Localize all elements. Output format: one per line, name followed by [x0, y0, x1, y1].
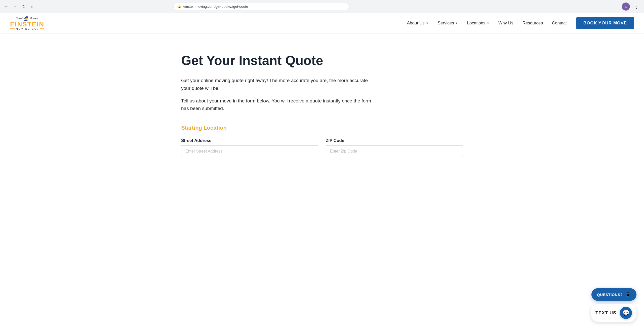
nav-item-contact[interactable]: Contact	[547, 13, 571, 33]
zip-code-group: ZIP Code	[326, 138, 463, 157]
logo-dash-right	[40, 28, 44, 29]
main-nav: About Us ▼ Services ▼ Locations ▼ Why Us…	[403, 13, 634, 33]
browser-chrome: ← → ↻ ⌂ 🔒 einsteinmoving.com/get-quote/#…	[0, 0, 644, 13]
nav-item-about-us[interactable]: About Us ▼	[403, 13, 433, 33]
forward-button[interactable]: →	[12, 3, 19, 10]
logo-dash-left	[10, 28, 15, 29]
address-form-row: Street Address ZIP Code	[181, 138, 463, 157]
logo-name: EINSTEIN	[10, 21, 44, 27]
text-us-label: TEXT US	[595, 310, 616, 316]
page-description-2: Tell us about your move in the form belo…	[181, 97, 372, 113]
zip-code-label: ZIP Code	[326, 138, 463, 143]
questions-button[interactable]: QUESTIONS? 📱	[591, 288, 636, 301]
starting-location-heading: Starting Location	[181, 125, 463, 131]
logo-sub: MOVING CO.	[10, 27, 44, 30]
nav-about-us-chevron: ▼	[426, 22, 429, 25]
chat-bubble-icon: 💬	[623, 310, 629, 316]
logo-icon: 🧙	[24, 16, 29, 21]
logo-tagline: Smart 🧙 Move™	[16, 16, 38, 21]
nav-item-why-us[interactable]: Why Us	[494, 13, 518, 33]
nav-locations-label: Locations	[467, 21, 486, 26]
nav-about-us-label: About Us	[407, 21, 425, 26]
site-header: Smart 🧙 Move™ EINSTEIN MOVING CO. About …	[0, 13, 644, 33]
nav-services-label: Services	[438, 21, 454, 26]
url-text: einsteinmoving.com/get-quote/#get-quote	[183, 5, 345, 9]
logo-sub-text: MOVING CO.	[16, 27, 38, 30]
page-description-1: Get your online moving quote right away!…	[181, 77, 372, 92]
nav-resources-label: Resources	[522, 21, 543, 26]
nav-contact-label: Contact	[552, 21, 567, 26]
reload-button[interactable]: ↻	[20, 3, 27, 10]
page-content: Get Your Instant Quote Get your online m…	[171, 33, 473, 175]
logo-smart: Smart	[16, 17, 23, 20]
browser-right-controls: ☺ ⋮	[622, 3, 641, 11]
chat-widget: QUESTIONS? 📱 TEXT US 💬	[591, 288, 636, 322]
nav-item-locations[interactable]: Locations ▼	[463, 13, 494, 33]
nav-item-resources[interactable]: Resources	[518, 13, 547, 33]
address-bar[interactable]: 🔒 einsteinmoving.com/get-quote/#get-quot…	[173, 3, 349, 10]
browser-nav-buttons: ← → ↻ ⌂	[3, 3, 36, 10]
security-icon: 🔒	[178, 5, 181, 8]
logo-move: Move™	[30, 17, 38, 20]
browser-menu-button[interactable]: ⋮	[632, 3, 641, 11]
zip-code-input[interactable]	[326, 145, 463, 157]
profile-button[interactable]: ☺	[622, 3, 630, 11]
book-your-move-button[interactable]: BOOK YOUR MOVE	[576, 17, 634, 29]
nav-services-chevron: ▼	[455, 22, 458, 25]
text-us-button[interactable]: 💬	[620, 307, 632, 319]
street-address-input[interactable]	[181, 145, 318, 157]
page-title: Get Your Instant Quote	[181, 53, 463, 68]
logo[interactable]: Smart 🧙 Move™ EINSTEIN MOVING CO.	[10, 16, 44, 30]
phone-icon: 📱	[625, 292, 631, 297]
street-address-label: Street Address	[181, 138, 318, 143]
nav-item-services[interactable]: Services ▼	[433, 13, 463, 33]
questions-label: QUESTIONS?	[597, 292, 623, 297]
nav-locations-chevron: ▼	[487, 22, 489, 25]
back-button[interactable]: ←	[3, 3, 10, 10]
nav-why-us-label: Why Us	[498, 21, 513, 26]
home-button[interactable]: ⌂	[29, 3, 36, 10]
text-us-row: TEXT US 💬	[591, 304, 636, 322]
street-address-group: Street Address	[181, 138, 318, 157]
